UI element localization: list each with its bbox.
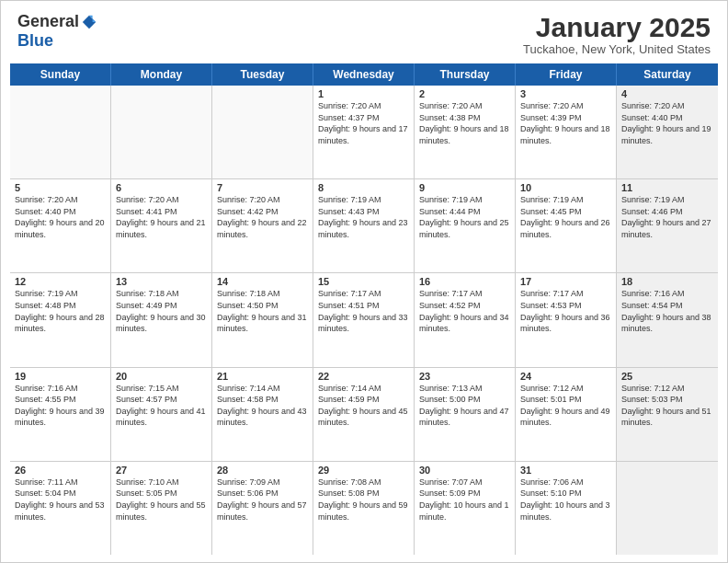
day-info: Sunrise: 7:11 AMSunset: 5:04 PMDaylight:…	[15, 477, 106, 523]
day-cell-17: 17Sunrise: 7:17 AMSunset: 4:53 PMDayligh…	[516, 273, 617, 366]
day-cell-4: 4Sunrise: 7:20 AMSunset: 4:40 PMDaylight…	[617, 86, 718, 178]
weekday-header-sunday: Sunday	[10, 63, 111, 86]
day-info: Sunrise: 7:19 AMSunset: 4:46 PMDaylight:…	[621, 194, 713, 240]
day-cell-20: 20Sunrise: 7:15 AMSunset: 4:57 PMDayligh…	[111, 368, 212, 461]
day-info: Sunrise: 7:08 AMSunset: 5:08 PMDaylight:…	[318, 477, 409, 523]
day-info: Sunrise: 7:17 AMSunset: 4:51 PMDaylight:…	[318, 288, 409, 334]
calendar-row-4: 19Sunrise: 7:16 AMSunset: 4:55 PMDayligh…	[10, 368, 718, 462]
calendar-row-1: 1Sunrise: 7:20 AMSunset: 4:37 PMDaylight…	[10, 86, 718, 179]
day-cell-30: 30Sunrise: 7:07 AMSunset: 5:09 PMDayligh…	[415, 462, 516, 555]
day-number: 4	[621, 88, 713, 99]
day-info: Sunrise: 7:20 AMSunset: 4:41 PMDaylight:…	[116, 194, 207, 240]
header: General Blue January 2025 Tuckahoe, New …	[1, 1, 727, 63]
day-number: 26	[15, 465, 106, 476]
day-number: 13	[116, 276, 207, 287]
day-cell-15: 15Sunrise: 7:17 AMSunset: 4:51 PMDayligh…	[313, 273, 415, 366]
day-cell-5: 5Sunrise: 7:20 AMSunset: 4:40 PMDaylight…	[10, 179, 111, 272]
day-number: 10	[520, 182, 611, 193]
day-info: Sunrise: 7:16 AMSunset: 4:55 PMDaylight:…	[15, 383, 106, 429]
day-cell-27: 27Sunrise: 7:10 AMSunset: 5:05 PMDayligh…	[111, 462, 212, 555]
day-number: 7	[217, 182, 308, 193]
empty-cell	[617, 462, 718, 555]
weekday-header-thursday: Thursday	[415, 63, 516, 86]
day-number: 23	[419, 371, 510, 382]
day-number: 6	[116, 182, 207, 193]
day-cell-29: 29Sunrise: 7:08 AMSunset: 5:08 PMDayligh…	[313, 462, 415, 555]
weekday-header-saturday: Saturday	[617, 63, 718, 86]
day-cell-12: 12Sunrise: 7:19 AMSunset: 4:48 PMDayligh…	[10, 273, 111, 366]
day-info: Sunrise: 7:20 AMSunset: 4:40 PMDaylight:…	[15, 194, 106, 240]
day-cell-2: 2Sunrise: 7:20 AMSunset: 4:38 PMDaylight…	[415, 86, 516, 178]
day-cell-1: 1Sunrise: 7:20 AMSunset: 4:37 PMDaylight…	[313, 86, 415, 178]
empty-cell	[111, 86, 212, 178]
weekday-header-friday: Friday	[516, 63, 617, 86]
day-info: Sunrise: 7:14 AMSunset: 4:58 PMDaylight:…	[217, 383, 308, 429]
day-cell-11: 11Sunrise: 7:19 AMSunset: 4:46 PMDayligh…	[617, 179, 718, 272]
weekday-header-monday: Monday	[111, 63, 212, 86]
day-number: 11	[621, 182, 713, 193]
day-info: Sunrise: 7:20 AMSunset: 4:37 PMDaylight:…	[318, 100, 409, 146]
day-number: 2	[419, 88, 510, 99]
day-number: 18	[621, 276, 713, 287]
day-cell-8: 8Sunrise: 7:19 AMSunset: 4:43 PMDaylight…	[313, 179, 415, 272]
day-info: Sunrise: 7:15 AMSunset: 4:57 PMDaylight:…	[116, 383, 207, 429]
header-right: January 2025 Tuckahoe, New York, United …	[523, 12, 711, 56]
day-cell-25: 25Sunrise: 7:12 AMSunset: 5:03 PMDayligh…	[617, 368, 718, 461]
day-number: 19	[15, 371, 106, 382]
day-cell-10: 10Sunrise: 7:19 AMSunset: 4:45 PMDayligh…	[516, 179, 617, 272]
day-cell-9: 9Sunrise: 7:19 AMSunset: 4:44 PMDaylight…	[415, 179, 516, 272]
day-cell-22: 22Sunrise: 7:14 AMSunset: 4:59 PMDayligh…	[313, 368, 415, 461]
day-info: Sunrise: 7:13 AMSunset: 5:00 PMDaylight:…	[419, 383, 510, 429]
calendar: SundayMondayTuesdayWednesdayThursdayFrid…	[10, 63, 718, 555]
day-number: 20	[116, 371, 207, 382]
day-number: 15	[318, 276, 409, 287]
empty-cell	[212, 86, 313, 178]
day-cell-13: 13Sunrise: 7:18 AMSunset: 4:49 PMDayligh…	[111, 273, 212, 366]
empty-cell	[10, 86, 111, 178]
day-number: 22	[318, 371, 409, 382]
day-cell-28: 28Sunrise: 7:09 AMSunset: 5:06 PMDayligh…	[212, 462, 313, 555]
day-info: Sunrise: 7:09 AMSunset: 5:06 PMDaylight:…	[217, 477, 308, 523]
day-cell-3: 3Sunrise: 7:20 AMSunset: 4:39 PMDaylight…	[516, 86, 617, 178]
day-number: 21	[217, 371, 308, 382]
day-number: 14	[217, 276, 308, 287]
location: Tuckahoe, New York, United States	[523, 42, 711, 56]
day-cell-14: 14Sunrise: 7:18 AMSunset: 4:50 PMDayligh…	[212, 273, 313, 366]
day-info: Sunrise: 7:12 AMSunset: 5:03 PMDaylight:…	[621, 383, 713, 429]
day-info: Sunrise: 7:20 AMSunset: 4:38 PMDaylight:…	[419, 100, 510, 146]
day-info: Sunrise: 7:20 AMSunset: 4:40 PMDaylight:…	[621, 100, 713, 146]
logo-icon	[81, 14, 97, 30]
day-number: 8	[318, 182, 409, 193]
day-cell-24: 24Sunrise: 7:12 AMSunset: 5:01 PMDayligh…	[516, 368, 617, 461]
logo: General Blue	[17, 12, 97, 51]
day-info: Sunrise: 7:12 AMSunset: 5:01 PMDaylight:…	[520, 383, 611, 429]
day-info: Sunrise: 7:07 AMSunset: 5:09 PMDaylight:…	[419, 477, 510, 523]
day-cell-7: 7Sunrise: 7:20 AMSunset: 4:42 PMDaylight…	[212, 179, 313, 272]
logo-blue-text: Blue	[17, 31, 53, 51]
day-cell-26: 26Sunrise: 7:11 AMSunset: 5:04 PMDayligh…	[10, 462, 111, 555]
calendar-row-2: 5Sunrise: 7:20 AMSunset: 4:40 PMDaylight…	[10, 179, 718, 273]
day-number: 31	[520, 465, 611, 476]
calendar-body: 1Sunrise: 7:20 AMSunset: 4:37 PMDaylight…	[10, 86, 718, 555]
day-info: Sunrise: 7:17 AMSunset: 4:53 PMDaylight:…	[520, 288, 611, 334]
day-number: 27	[116, 465, 207, 476]
day-info: Sunrise: 7:10 AMSunset: 5:05 PMDaylight:…	[116, 477, 207, 523]
day-info: Sunrise: 7:19 AMSunset: 4:45 PMDaylight:…	[520, 194, 611, 240]
calendar-row-5: 26Sunrise: 7:11 AMSunset: 5:04 PMDayligh…	[10, 462, 718, 555]
day-number: 16	[419, 276, 510, 287]
day-info: Sunrise: 7:19 AMSunset: 4:44 PMDaylight:…	[419, 194, 510, 240]
day-cell-19: 19Sunrise: 7:16 AMSunset: 4:55 PMDayligh…	[10, 368, 111, 461]
day-number: 25	[621, 371, 713, 382]
day-info: Sunrise: 7:14 AMSunset: 4:59 PMDaylight:…	[318, 383, 409, 429]
calendar-row-3: 12Sunrise: 7:19 AMSunset: 4:48 PMDayligh…	[10, 273, 718, 367]
day-info: Sunrise: 7:20 AMSunset: 4:39 PMDaylight:…	[520, 100, 611, 146]
day-info: Sunrise: 7:17 AMSunset: 4:52 PMDaylight:…	[419, 288, 510, 334]
logo-general-text: General	[17, 12, 79, 31]
day-number: 29	[318, 465, 409, 476]
day-cell-18: 18Sunrise: 7:16 AMSunset: 4:54 PMDayligh…	[617, 273, 718, 366]
day-info: Sunrise: 7:16 AMSunset: 4:54 PMDaylight:…	[621, 288, 713, 334]
day-number: 24	[520, 371, 611, 382]
day-number: 17	[520, 276, 611, 287]
day-cell-23: 23Sunrise: 7:13 AMSunset: 5:00 PMDayligh…	[415, 368, 516, 461]
day-info: Sunrise: 7:18 AMSunset: 4:49 PMDaylight:…	[116, 288, 207, 334]
